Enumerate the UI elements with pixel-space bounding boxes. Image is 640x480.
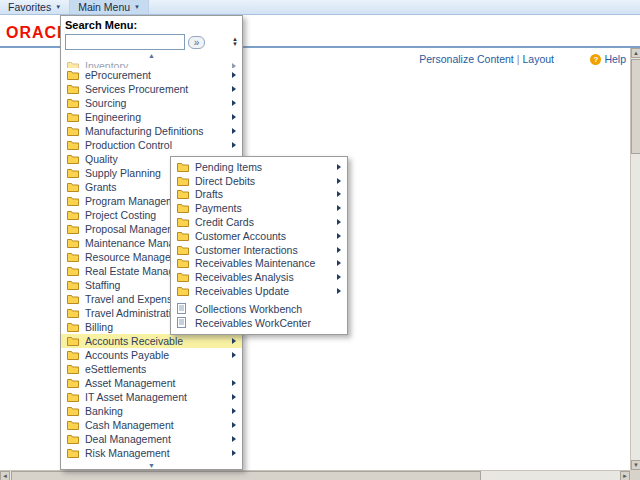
submenu-item-label: Payments	[195, 202, 334, 214]
menu-item[interactable]: Asset Management	[61, 376, 242, 390]
menu-item[interactable]: Sourcing	[61, 96, 242, 110]
menu-scroll-down[interactable]: ▼	[61, 461, 242, 469]
folder-icon	[67, 448, 81, 458]
submenu-arrow-icon	[232, 436, 236, 442]
folder-icon	[177, 162, 191, 172]
menu-item-label: Risk Management	[85, 447, 229, 459]
scrollbar-down-button[interactable]: ▼	[631, 460, 640, 470]
submenu-item[interactable]: Credit Cards	[171, 215, 347, 229]
submenu-item[interactable]: Collections Workbench	[171, 302, 347, 316]
menu-item-label: Inventory	[85, 60, 229, 68]
menu-item[interactable]: Cash Management	[61, 418, 242, 432]
menu-item-partial[interactable]: Inventory	[61, 59, 242, 68]
submenu-arrow-icon	[232, 114, 236, 120]
submenu-item[interactable]: Pending Items	[171, 160, 347, 174]
menu-item[interactable]: IT Asset Management	[61, 390, 242, 404]
menu-item-label: Sourcing	[85, 97, 229, 109]
submenu-item[interactable]: Customer Interactions	[171, 243, 347, 257]
submenu-arrow-icon	[232, 422, 236, 428]
submenu-item-label: Receivables Update	[195, 285, 334, 297]
folder-icon	[67, 364, 81, 374]
submenu-item[interactable]: Payments	[171, 201, 347, 215]
submenu-arrow-icon	[337, 164, 341, 170]
main-menu-button[interactable]: Main Menu ▼	[70, 0, 149, 14]
menu-item[interactable]: Accounts Payable	[61, 348, 242, 362]
folder-icon	[67, 98, 81, 108]
menu-item[interactable]: eSettlements	[61, 362, 242, 376]
submenu-item[interactable]: Drafts	[171, 188, 347, 202]
menu-item[interactable]: Production Control	[61, 138, 242, 152]
submenu-item-label: Direct Debits	[195, 175, 334, 187]
menu-item[interactable]: Inventory	[61, 59, 242, 68]
folder-icon	[67, 252, 81, 262]
folder-icon	[177, 217, 191, 227]
scrollbar-up-button[interactable]: ▲	[631, 48, 640, 58]
submenu-item[interactable]: Direct Debits	[171, 174, 347, 188]
menu-item-label: Deal Management	[85, 433, 229, 445]
horizontal-scrollbar-thumb[interactable]	[11, 471, 481, 480]
document-icon	[177, 303, 191, 314]
submenu-arrow-icon	[337, 205, 341, 211]
menu-item[interactable]: Services Procurement	[61, 82, 242, 96]
submenu-item-label: Customer Interactions	[195, 244, 334, 256]
folder-icon	[67, 322, 81, 332]
chevron-down-icon: ▼	[134, 4, 140, 10]
submenu-item[interactable]: Receivables Analysis	[171, 270, 347, 284]
menu-scroll-spinner[interactable]: ▲ ▼	[232, 37, 238, 47]
layout-link[interactable]: Layout	[522, 53, 554, 65]
submenu-arrow-icon	[337, 233, 341, 239]
folder-icon	[67, 420, 81, 430]
menu-item[interactable]: Banking	[61, 404, 242, 418]
submenu-arrow-icon	[232, 450, 236, 456]
submenu-arrow-icon	[232, 352, 236, 358]
menu-item[interactable]: Deal Management	[61, 432, 242, 446]
menu-item[interactable]: eProcurement	[61, 68, 242, 82]
folder-icon	[67, 70, 81, 80]
folder-icon	[177, 231, 191, 241]
help-link[interactable]: Help	[604, 53, 626, 65]
search-menu-label: Search Menu:	[65, 19, 238, 32]
menu-item[interactable]: Accounts Receivable	[61, 334, 242, 348]
favorites-menu-button[interactable]: Favorites ▼	[0, 0, 70, 14]
submenu-arrow-icon	[232, 408, 236, 414]
folder-icon	[67, 308, 81, 318]
menu-item-label: Engineering	[85, 111, 229, 123]
horizontal-scrollbar[interactable]: ◄ ►	[0, 470, 630, 480]
folder-icon	[67, 154, 81, 164]
submenu-arrow-icon	[232, 86, 236, 92]
submenu-item[interactable]: Receivables Maintenance	[171, 257, 347, 271]
submenu-item[interactable]: Receivables Update	[171, 284, 347, 298]
spinner-down-icon: ▼	[232, 42, 238, 47]
submenu-item-label: Receivables WorkCenter	[195, 317, 341, 329]
vertical-scrollbar[interactable]: ▲ ▼	[630, 48, 640, 470]
folder-icon	[67, 112, 81, 122]
submenu-item[interactable]: Customer Accounts	[171, 229, 347, 243]
menu-item[interactable]: Engineering	[61, 110, 242, 124]
menu-item-label: Asset Management	[85, 377, 229, 389]
menu-item[interactable]: Manufacturing Definitions	[61, 124, 242, 138]
main-menu-label: Main Menu	[78, 1, 130, 13]
menu-item-label: Manufacturing Definitions	[85, 125, 229, 137]
menu-item-label: Cash Management	[85, 419, 229, 431]
scrollbar-corner	[630, 470, 640, 480]
folder-icon	[67, 266, 81, 276]
submenu-item[interactable]: Receivables WorkCenter	[171, 316, 347, 330]
document-icon	[177, 317, 191, 328]
folder-icon	[177, 189, 191, 199]
folder-icon	[177, 176, 191, 186]
submenu-arrow-icon	[337, 191, 341, 197]
submenu-arrow-icon	[337, 260, 341, 266]
submenu-arrow-icon	[232, 63, 236, 68]
folder-icon	[67, 140, 81, 150]
submenu-arrow-icon	[337, 178, 341, 184]
folder-icon	[67, 84, 81, 94]
scrollbar-right-button[interactable]: ►	[620, 471, 630, 480]
folder-icon	[67, 168, 81, 178]
menu-item[interactable]: Risk Management	[61, 446, 242, 460]
scrollbar-left-button[interactable]: ◄	[0, 471, 10, 480]
menu-search-input[interactable]	[65, 34, 185, 50]
vertical-scrollbar-thumb[interactable]	[631, 59, 640, 154]
menu-scroll-up[interactable]: ▲	[61, 51, 242, 59]
search-go-button[interactable]: »	[188, 36, 205, 49]
personalize-content-link[interactable]: Personalize Content	[419, 53, 514, 65]
